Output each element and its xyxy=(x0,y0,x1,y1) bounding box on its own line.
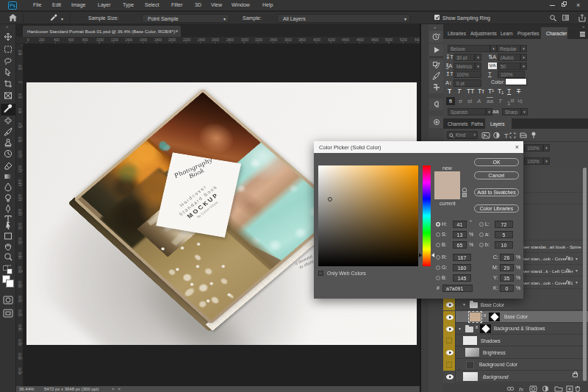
svg-text:T: T xyxy=(504,132,509,140)
svg-text:fx: fx xyxy=(519,385,524,392)
